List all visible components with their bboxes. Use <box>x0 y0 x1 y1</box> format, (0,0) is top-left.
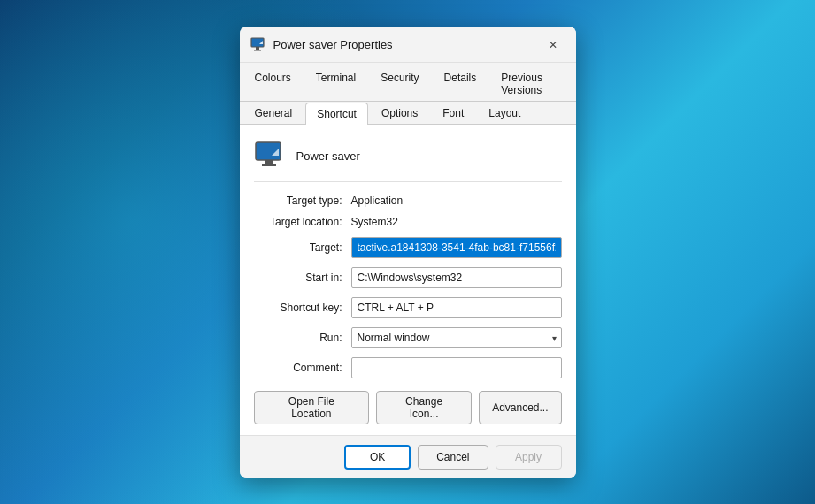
svg-rect-5 <box>265 160 273 164</box>
tab-colours[interactable]: Colours <box>243 66 303 101</box>
dialog-footer: OK Cancel Apply <box>240 435 576 478</box>
run-select[interactable]: Normal window Minimized Maximized <box>351 327 562 348</box>
tab-security[interactable]: Security <box>369 66 430 101</box>
tab-details[interactable]: Details <box>433 66 488 101</box>
change-icon-button[interactable]: Change Icon... <box>376 391 472 424</box>
app-name: Power saver <box>296 149 360 163</box>
apply-button[interactable]: Apply <box>496 445 562 470</box>
run-select-wrapper: Normal window Minimized Maximized ▾ <box>351 327 562 348</box>
target-location-value: System32 <box>351 216 398 228</box>
start-in-label: Start in: <box>254 271 351 284</box>
run-row: Run: Normal window Minimized Maximized ▾ <box>254 327 562 348</box>
tab-layout[interactable]: Layout <box>477 102 532 124</box>
close-button[interactable]: ✕ <box>541 35 565 55</box>
svg-rect-2 <box>254 50 261 51</box>
tab-options[interactable]: Options <box>370 102 429 124</box>
ok-button[interactable]: OK <box>344 445 411 470</box>
dialog-title: Power saver Properties <box>273 38 541 51</box>
dialog-overlay: Power saver Properties ✕ Colours Termina… <box>0 0 815 504</box>
cancel-button[interactable]: Cancel <box>418 445 488 470</box>
svg-rect-6 <box>262 164 276 166</box>
action-buttons: Open File Location Change Icon... Advanc… <box>254 391 562 424</box>
advanced-button[interactable]: Advanced... <box>479 391 561 424</box>
target-type-row: Target type: Application <box>254 195 562 207</box>
titlebar-icon <box>250 37 266 53</box>
tabs-row1: Colours Terminal Security Details Previo… <box>240 63 576 102</box>
shortcut-key-label: Shortcut key: <box>254 302 351 314</box>
target-type-value: Application <box>351 195 404 207</box>
target-location-row: Target location: System32 <box>254 216 562 228</box>
titlebar: Power saver Properties ✕ <box>240 27 576 63</box>
comment-row: Comment: <box>254 357 562 378</box>
properties-dialog: Power saver Properties ✕ Colours Termina… <box>240 27 576 478</box>
target-location-label: Target location: <box>254 216 351 228</box>
comment-label: Comment: <box>254 362 351 374</box>
run-label: Run: <box>254 332 351 344</box>
start-in-row: Start in: <box>254 267 562 288</box>
shortcut-key-input[interactable] <box>351 297 562 318</box>
tab-content: Power saver Target type: Application Tar… <box>240 125 576 435</box>
target-type-label: Target type: <box>254 195 351 207</box>
start-in-input[interactable] <box>351 267 562 288</box>
app-icon <box>254 141 286 172</box>
tab-terminal[interactable]: Terminal <box>304 66 367 101</box>
shortcut-key-row: Shortcut key: <box>254 297 562 318</box>
target-label: Target: <box>254 241 351 254</box>
target-row: Target: <box>254 237 562 258</box>
tab-font[interactable]: Font <box>431 102 475 124</box>
svg-rect-1 <box>256 47 259 50</box>
tabs-row2: General Shortcut Options Font Layout <box>240 102 576 125</box>
tab-general[interactable]: General <box>243 102 304 124</box>
tab-previous-versions[interactable]: Previous Versions <box>489 66 570 101</box>
open-file-location-button[interactable]: Open File Location <box>254 391 370 424</box>
app-header: Power saver <box>254 135 562 182</box>
comment-input[interactable] <box>351 357 562 378</box>
target-input[interactable] <box>351 237 562 258</box>
tab-shortcut[interactable]: Shortcut <box>305 103 368 125</box>
